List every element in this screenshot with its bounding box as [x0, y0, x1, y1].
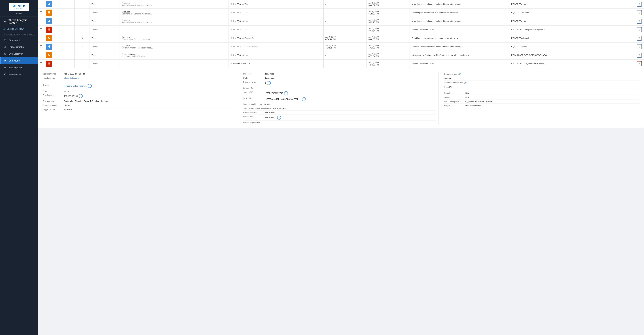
process-value: /tmp/xmrig	[265, 73, 274, 75]
device-row: Device: testadmin-virtual-machine ···	[42, 83, 235, 89]
sha256-more-btn[interactable]: ···	[302, 97, 306, 101]
sidebar-item-dashboard[interactable]: ⊞ Dashboard	[0, 36, 38, 44]
expand-cell[interactable]: ▽	[635, 8, 644, 17]
os-row: Operating system: Ubuntu	[42, 103, 235, 108]
sidebar-item-investigations[interactable]: ⊕ Investigations	[0, 64, 38, 71]
expand-button[interactable]: ▽	[637, 10, 642, 15]
parent-process-label: Parent process:	[243, 112, 263, 114]
scope-value: Process Detection	[466, 104, 482, 107]
last-seen-cell: Apr 4, 20223:03:13 PM	[367, 17, 410, 26]
sidebar-item-preferences[interactable]: ⚙ Preferences	[0, 71, 38, 78]
process-owner-label: Process owner:	[243, 81, 263, 83]
detection-id-cell: EQL-EXEC-nmap	[509, 42, 635, 51]
expand-button[interactable]: ▲	[637, 61, 642, 66]
row-checkbox[interactable]	[40, 12, 42, 14]
sophos-pid-row: SophosPID: 12562:16488257746 ···	[243, 90, 436, 96]
sidebar-item-threat-graphs[interactable]: ◈ Threat Graphs	[0, 44, 38, 50]
sidebar-item-label-live-discover: Live Discover	[8, 52, 22, 55]
investigations-value[interactable]: Cloud Detections	[64, 77, 79, 79]
spacer-row	[42, 80, 235, 83]
detections-table: 4 1 Threat DiscoverySystem Network Confi…	[38, 0, 644, 128]
process-owner-more-btn[interactable]: ···	[267, 81, 271, 85]
description-cell: Nmap is a reconnaissance tool used to sc…	[410, 42, 510, 51]
expand-cell[interactable]: ▽	[635, 26, 644, 34]
device-icon: 🖥	[230, 62, 232, 65]
expand-cell[interactable]: ▽	[635, 51, 644, 60]
category-cell	[120, 26, 228, 34]
row-checkbox[interactable]	[40, 62, 42, 65]
sidebar-item-detections[interactable]: ⚑ Detections	[0, 57, 38, 64]
path-value: /tmp/xmrig	[265, 77, 274, 79]
sidebar-item-back[interactable]: ◀ Back to Overview	[0, 26, 38, 32]
row-checkbox[interactable]	[40, 37, 42, 39]
parent-path-more-btn[interactable]: ···	[277, 116, 281, 120]
content-area: 4 1 Threat DiscoverySystem Network Confi…	[38, 0, 644, 335]
expand-cell[interactable]: ▽	[635, 42, 644, 51]
expand-button[interactable]: ▽	[637, 2, 642, 7]
row-checkbox[interactable]	[40, 28, 42, 31]
row-checkbox[interactable]	[40, 46, 42, 48]
last-seen-cell: Apr 1, 20224:55:54 PM	[367, 51, 410, 60]
table-row: 5 6 Threat ExecutionCommand and Scriptin…	[38, 34, 644, 42]
sidebar-item-live-discover[interactable]: ⊙ Live Discover	[0, 50, 38, 57]
threat-graphs-icon: ◈	[4, 45, 7, 48]
sophos-pid-more-btn[interactable]: ···	[284, 91, 288, 95]
detection-id-cell: EQL-EXEC-whoami	[509, 8, 635, 17]
live-discover-icon: ⊙	[4, 52, 7, 55]
table-row: 4 6 Threat DiscoverySystem Network Confi…	[38, 42, 644, 51]
investigations-row: Investigations: Cloud Detections	[42, 76, 235, 80]
investigations-icon: ⊕	[4, 66, 7, 69]
category-main: Discovery	[122, 2, 226, 4]
central-logo-text: CENTRAL	[12, 8, 26, 10]
alert-desc-value: Cryptocurrency Miner Detected	[466, 100, 493, 102]
tac-icon: ⊛	[4, 20, 7, 23]
sidebar-item-tac[interactable]: ⊛ Threat Analysis Center	[0, 16, 38, 26]
device-label: Device:	[42, 84, 62, 86]
back-label: Back to Overview	[7, 28, 24, 30]
expand-button[interactable]: ▽	[637, 19, 642, 24]
type-cell: Threat	[90, 60, 120, 68]
type-cell: Threat	[90, 34, 120, 42]
device-value[interactable]: testadmin-virtual-machine	[64, 85, 87, 87]
detection-time-row: Detection time: Apr 1, 2022 4:54:55 PM	[42, 72, 235, 76]
device-icon: 🖥	[230, 54, 232, 56]
device-icon: 🖥	[230, 46, 232, 48]
expand-cell[interactable]: ▽	[635, 17, 644, 26]
image-label: Image:	[444, 96, 464, 98]
count-cell: 1	[74, 17, 90, 26]
row-checkbox-cell	[38, 8, 44, 17]
signer-label: Signer info:	[243, 87, 263, 89]
expand-button[interactable]: ▽	[637, 44, 642, 49]
device-icon: 🖥	[230, 28, 232, 31]
ipv4-more-btn[interactable]: ···	[79, 94, 83, 98]
parent-cmdline-value: ["-bash"]	[444, 86, 452, 88]
detail-col-3: Command line: 🔗 ["/xmrig"] Parent comman…	[444, 72, 640, 125]
device-more-btn[interactable]: ···	[88, 84, 92, 88]
row-checkbox[interactable]	[40, 3, 42, 5]
expand-button[interactable]: ▽	[637, 53, 642, 58]
scope-row: Scope: Process Detection	[444, 104, 640, 108]
type-label: Type:	[42, 90, 62, 92]
row-checkbox[interactable]	[40, 20, 42, 22]
expand-cell[interactable]: ▽	[635, 0, 644, 8]
intelix-value: Unknown (30)	[273, 107, 286, 110]
device-cell: 🖥 ip-172-31-4-178and 2 more	[228, 34, 324, 42]
geo-label: Geo location:	[42, 100, 62, 102]
severity-badge: 8	[46, 26, 52, 33]
expand-cell[interactable]: ▽	[635, 34, 644, 42]
type-cell: Threat	[90, 51, 120, 60]
cmdline-icon: 🔗	[458, 73, 461, 75]
category-cell: DiscoverySystem Network Configuration Di…	[120, 42, 228, 51]
row-checkbox[interactable]	[40, 54, 42, 56]
table-row: 8 1 Threat 🖥 testadmin-virtual-m... - Ap…	[38, 60, 644, 68]
expand-button[interactable]: ▽	[637, 36, 642, 41]
expand-cell[interactable]: ▲	[635, 60, 644, 68]
category-main: Credential Access	[122, 53, 226, 55]
detection-id-cell: EQL-EXEC-whoami	[509, 34, 635, 42]
detail-col-2: Process: /tmp/xmrig Path: /tmp/xmrig Pro…	[243, 72, 439, 125]
expand-button[interactable]: ▽	[637, 27, 642, 32]
sidebar: SOPHOS CENTRAL Admin ⊛ Threat Analysis C…	[0, 0, 38, 335]
ipv4-label: IPv4 Address:	[42, 94, 62, 96]
device-extra: and 1 more	[248, 46, 258, 48]
parent-path-value: /usr/bin/bash	[265, 116, 276, 119]
